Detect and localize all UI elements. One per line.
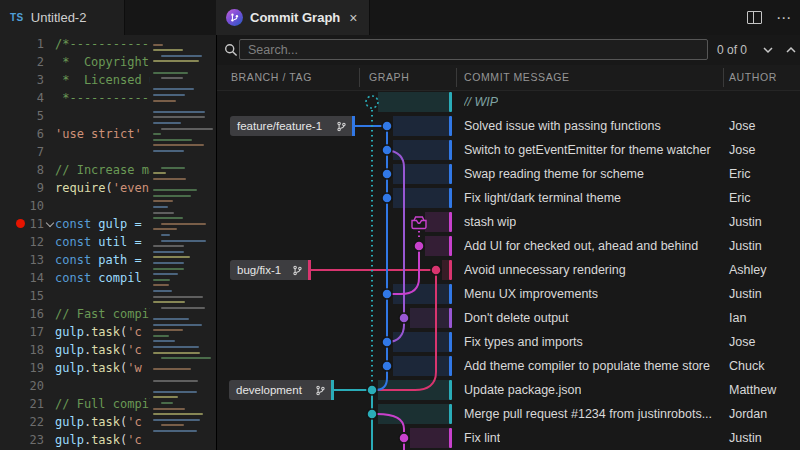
line-number: 9 [0, 179, 44, 197]
commit-color-bar [449, 116, 452, 136]
commit-color-bar [449, 428, 452, 448]
commit-message: Don't delete output [464, 306, 569, 330]
commit-row[interactable]: Fix lint Justin [217, 426, 800, 450]
line-number: 4 [0, 89, 44, 107]
line-number: 16 [0, 305, 44, 323]
commit-message: Solved issue with passing functions [464, 114, 661, 138]
commit-message: stash wip [464, 210, 516, 234]
line-number: 14 [0, 269, 44, 287]
fold-chevron-icon[interactable] [46, 219, 54, 227]
line-number: 10 [0, 197, 44, 215]
branch-label-development[interactable]: development [229, 380, 334, 400]
commit-author: Justin [729, 234, 762, 258]
commit-author: Eric [729, 162, 751, 186]
tab-commit-graph[interactable]: Commit Graph × [216, 0, 370, 35]
chevron-up-icon[interactable] [785, 45, 797, 55]
column-author[interactable]: AUTHOR [729, 65, 777, 90]
commit-message: Add theme compiler to populate theme sto… [464, 354, 710, 378]
commit-color-bar [449, 140, 452, 160]
close-icon[interactable]: × [349, 10, 357, 26]
search-icon [224, 43, 238, 57]
git-branch-icon [315, 385, 326, 396]
row-tint [393, 116, 449, 136]
column-graph[interactable]: GRAPH [369, 65, 409, 90]
column-divider [723, 68, 724, 87]
column-branch-tag[interactable]: BRANCH / TAG [231, 65, 312, 90]
commit-row[interactable]: Fix types and imports Jose [217, 330, 800, 354]
line-number: 13 [0, 251, 44, 269]
commit-row[interactable]: Fix light/dark terminal theme Eric [217, 186, 800, 210]
git-branch-icon [292, 265, 303, 276]
commit-graph-panel: 0 of 0 BRANCH / TAG GRAPH COMMIT MESSAGE… [216, 35, 800, 450]
branch-label-feature-1[interactable]: feature/feature-1 [230, 116, 355, 136]
code-editor[interactable]: 1/*----------------2 * Copyright (c)3 * … [0, 35, 216, 450]
line-number: 2 [0, 53, 44, 71]
commit-row[interactable]: Menu UX improvements Justin [217, 282, 800, 306]
commit-message: Menu UX improvements [464, 282, 598, 306]
split-editor-icon[interactable] [747, 11, 762, 24]
row-tint [393, 332, 449, 352]
commit-message: Switch to getEventEmitter for theme watc… [464, 138, 711, 162]
column-divider [456, 68, 457, 87]
column-commit-message[interactable]: COMMIT MESSAGE [464, 65, 570, 90]
commit-message: Add UI for checked out, ahead and behind [464, 234, 698, 258]
more-actions-icon[interactable]: ⋯ [776, 0, 792, 35]
commit-graph-extension-icon [226, 9, 243, 26]
column-divider [359, 68, 360, 87]
commit-author: Eric [729, 186, 751, 210]
line-number: 5 [0, 107, 44, 125]
commit-row[interactable]: Swap reading theme for scheme Eric [217, 162, 800, 186]
commit-message: Merge pull request #1234 from justinrobo… [464, 402, 712, 426]
row-tint [393, 188, 449, 208]
tab-title: Untitled-2 [31, 10, 87, 25]
commit-message: Update package.json [464, 378, 581, 402]
commit-color-bar [449, 356, 452, 376]
line-number: 1 [0, 35, 44, 53]
row-tint [393, 140, 449, 160]
line-number: 12 [0, 233, 44, 251]
row-tint [410, 308, 449, 328]
line-number: 6 [0, 125, 44, 143]
line-number: 17 [0, 323, 44, 341]
commit-row[interactable]: stash wip Justin [217, 210, 800, 234]
line-number: 8 [0, 161, 44, 179]
commit-row[interactable]: Switch to getEventEmitter for theme watc… [217, 138, 800, 162]
commit-author: Ashley [729, 258, 767, 282]
commit-row[interactable]: Add UI for checked out, ahead and behind… [217, 234, 800, 258]
commit-row[interactable]: Add theme compiler to populate theme sto… [217, 354, 800, 378]
row-tint [393, 284, 449, 304]
commit-row[interactable]: // WIP [217, 90, 800, 114]
line-number: 21 [0, 395, 44, 413]
commit-author: Jose [729, 114, 755, 138]
commit-color-bar [449, 284, 452, 304]
minimap[interactable] [150, 35, 216, 450]
row-tint [378, 380, 449, 400]
commit-author: Justin [729, 210, 762, 234]
commit-message: // WIP [464, 90, 498, 114]
line-number: 22 [0, 413, 44, 431]
row-tint [393, 164, 449, 184]
commit-row[interactable]: Merge pull request #1234 from justinrobo… [217, 402, 800, 426]
row-tint [425, 236, 449, 256]
search-input[interactable] [239, 39, 708, 60]
line-number: 20 [0, 377, 44, 395]
git-branch-icon [336, 121, 347, 132]
commit-color-bar [449, 92, 452, 112]
vscode-window: TS Untitled-2 Commit Graph × ⋯ 1/*------… [0, 0, 800, 450]
commit-rows: Fix lint Justin Merge pull request #1234… [217, 90, 800, 450]
commit-message: Avoid unnecessary rendering [464, 258, 626, 282]
line-number: 11 [0, 215, 44, 233]
commit-author: Justin [729, 282, 762, 306]
commit-author: Jose [729, 330, 755, 354]
tab-untitled-2[interactable]: TS Untitled-2 [0, 0, 125, 35]
line-number: 18 [0, 341, 44, 359]
commit-color-bar [449, 380, 452, 400]
branch-label-bug-fix-1[interactable]: bug/fix-1 [230, 260, 311, 280]
commit-color-bar [449, 308, 452, 328]
row-tint [425, 212, 449, 232]
chevron-down-icon[interactable] [762, 45, 774, 55]
commit-row[interactable]: Don't delete output Ian [217, 306, 800, 330]
row-tint [410, 428, 449, 448]
line-number: 7 [0, 143, 44, 161]
line-number: 23 [0, 431, 44, 449]
